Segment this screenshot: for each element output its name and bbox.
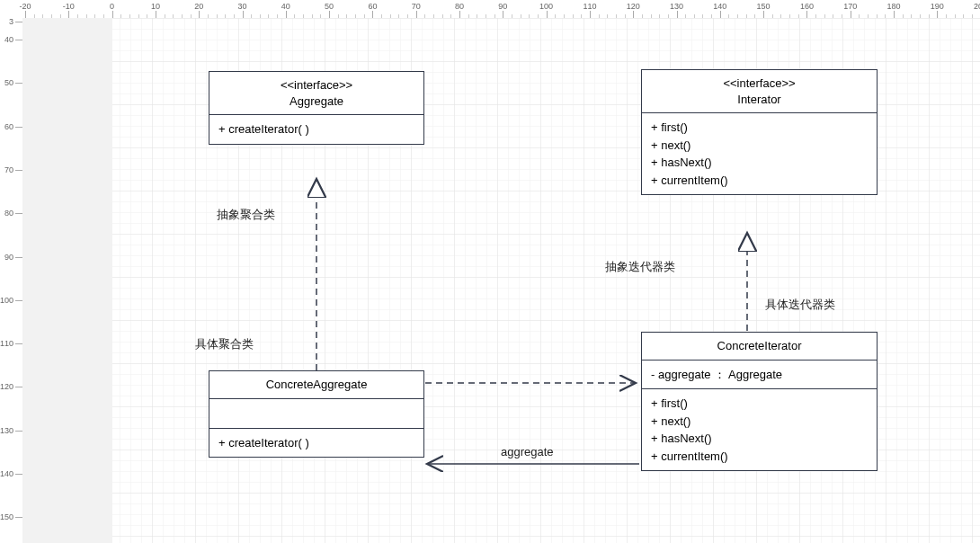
uml-class-name: ConcreteAggregate xyxy=(217,377,416,393)
uml-attributes: - aggregate ： Aggregate xyxy=(642,361,877,390)
uml-attributes-empty xyxy=(209,399,423,429)
ruler-h-tick-label: 50 xyxy=(325,2,334,11)
uml-class-name: ConcreteIterator xyxy=(649,338,869,354)
ruler-h-tick-label: 200 xyxy=(974,2,980,11)
uml-method: + next() xyxy=(651,137,868,155)
uml-class-name: Interator xyxy=(649,92,869,108)
uml-method: + hasNext() xyxy=(651,154,868,172)
ruler-h-tick-label: 80 xyxy=(455,2,464,11)
label-association-aggregate: aggregate xyxy=(501,445,554,458)
uml-class-name: Aggregate xyxy=(217,93,416,110)
ruler-h-tick-label: 30 xyxy=(237,2,246,11)
ruler-v-tick-label: 150 xyxy=(0,512,13,521)
uml-title: ConcreteIterator xyxy=(642,333,877,361)
ruler-v-tick-label: 130 xyxy=(0,426,13,435)
ruler-v-tick-label: 110 xyxy=(0,339,13,348)
uml-class-concrete-aggregate[interactable]: ConcreteAggregate + createIterator( ) xyxy=(209,370,424,458)
ruler-v-tick-label: 3 xyxy=(9,17,13,26)
uml-class-aggregate[interactable]: <<interface>> Aggregate + createIterator… xyxy=(209,71,424,145)
uml-title: ConcreteAggregate xyxy=(209,371,423,399)
ruler-vertical: 3405060708090100110120130140150 xyxy=(0,18,23,543)
uml-stereotype: <<interface>> xyxy=(649,76,869,92)
negative-region xyxy=(22,18,112,543)
ruler-v-tick-label: 80 xyxy=(4,209,13,218)
ruler-v-tick-label: 140 xyxy=(0,469,13,478)
label-abstract-aggregate: 抽象聚合类 xyxy=(217,207,275,223)
uml-methods: + first() + next() + hasNext() + current… xyxy=(642,389,877,470)
diagram-canvas[interactable]: <<interface>> Aggregate + createIterator… xyxy=(22,18,980,543)
ruler-h-tick-label: 0 xyxy=(110,2,114,11)
ruler-v-tick-label: 40 xyxy=(4,35,13,44)
ruler-v-tick-label: 120 xyxy=(0,382,13,391)
ruler-h-tick-label: 70 xyxy=(412,2,421,11)
ruler-h-tick-label: 170 xyxy=(843,2,857,11)
ruler-h-tick-label: 160 xyxy=(800,2,814,11)
label-concrete-iterator: 具体迭代器类 xyxy=(765,297,835,313)
uml-method: + first() xyxy=(651,119,868,137)
uml-method: + currentItem() xyxy=(651,172,868,190)
ruler-h-tick-label: 40 xyxy=(281,2,290,11)
uml-method: + next() xyxy=(651,413,868,431)
uml-title: <<interface>> Interator xyxy=(642,70,877,113)
uml-class-iterator[interactable]: <<interface>> Interator + first() + next… xyxy=(641,69,878,195)
ruler-h-tick-label: 150 xyxy=(757,2,771,11)
ruler-h-tick-label: 120 xyxy=(627,2,640,11)
uml-title: <<interface>> Aggregate xyxy=(209,72,423,115)
ruler-h-tick-label: 180 xyxy=(886,2,900,11)
ruler-horizontal: -20-100102030405060708090100110120130140… xyxy=(22,0,980,19)
ruler-h-tick-label: -10 xyxy=(63,2,75,11)
uml-methods: + createIterator( ) xyxy=(209,115,423,144)
label-abstract-iterator: 抽象迭代器类 xyxy=(605,259,675,275)
uml-method: + hasNext() xyxy=(651,430,868,448)
ruler-h-tick-label: -20 xyxy=(19,2,31,11)
uml-method: + first() xyxy=(651,395,868,413)
ruler-h-tick-label: 130 xyxy=(670,2,683,11)
uml-stereotype: <<interface>> xyxy=(217,77,416,93)
uml-method: + createIterator( ) xyxy=(218,434,414,452)
ruler-h-tick-label: 20 xyxy=(194,2,203,11)
uml-class-concrete-iterator[interactable]: ConcreteIterator - aggregate ： Aggregate… xyxy=(641,332,878,471)
uml-attribute: - aggregate ： Aggregate xyxy=(651,366,868,384)
ruler-h-tick-label: 10 xyxy=(151,2,160,11)
ruler-h-tick-label: 110 xyxy=(583,2,596,11)
ruler-v-tick-label: 60 xyxy=(4,122,13,131)
uml-method: + createIterator( ) xyxy=(218,120,414,138)
ruler-v-tick-label: 100 xyxy=(0,296,13,305)
uml-methods: + createIterator( ) xyxy=(209,429,423,458)
ruler-h-tick-label: 100 xyxy=(539,2,553,11)
ruler-h-tick-label: 60 xyxy=(368,2,377,11)
ruler-v-tick-label: 70 xyxy=(4,165,13,174)
ruler-h-tick-label: 190 xyxy=(931,2,944,11)
label-concrete-aggregate: 具体聚合类 xyxy=(195,336,254,352)
ruler-h-tick-label: 90 xyxy=(498,2,507,11)
uml-method: + currentItem() xyxy=(651,448,868,466)
ruler-v-tick-label: 50 xyxy=(4,78,13,87)
uml-methods: + first() + next() + hasNext() + current… xyxy=(642,113,877,194)
ruler-h-tick-label: 140 xyxy=(713,2,726,11)
ruler-v-tick-label: 90 xyxy=(4,253,13,262)
